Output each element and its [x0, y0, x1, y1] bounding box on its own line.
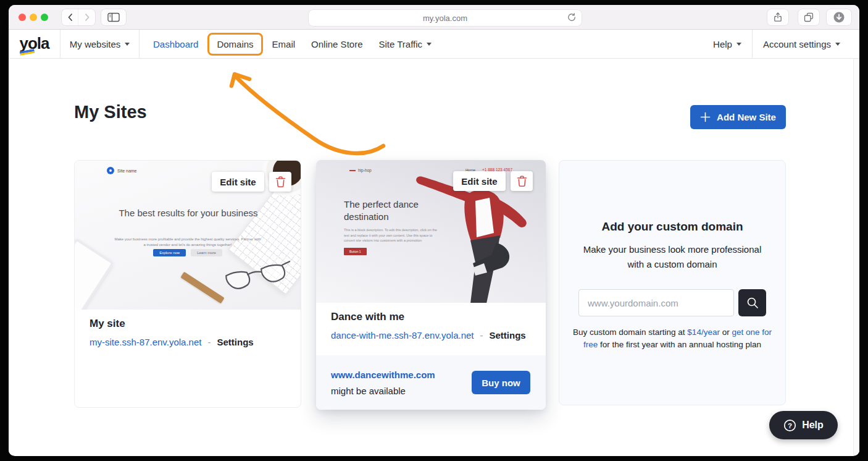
custom-domain-subtitle: Make your business look more professiona… [576, 242, 769, 272]
pencil-decoration [180, 272, 224, 304]
nav-item-email[interactable]: Email [272, 39, 296, 49]
nav-item-site-traffic[interactable]: Site Traffic [378, 39, 432, 49]
site-settings-link[interactable]: Settings [490, 330, 526, 340]
help-label: Help [713, 39, 732, 49]
my-websites-label: My websites [70, 39, 121, 49]
browser-toolbar: my.yola.com [9, 5, 859, 30]
delete-site-button[interactable] [511, 171, 533, 191]
separator-dash: - [207, 337, 211, 347]
mini-site-body: This is a block description. To edit thi… [344, 227, 441, 243]
window-zoom-button[interactable] [41, 14, 48, 21]
domain-search-button[interactable] [738, 289, 766, 316]
back-button[interactable] [62, 9, 78, 25]
chevron-down-icon [835, 43, 840, 48]
edit-site-button[interactable]: Edit site [453, 171, 506, 191]
buy-now-button[interactable]: Buy now [472, 371, 530, 394]
add-new-site-button[interactable]: Add New Site [690, 105, 786, 129]
browser-window: my.yola.com yola [9, 5, 859, 456]
mini-site-button: Button 1 [344, 248, 367, 255]
forward-button[interactable] [78, 9, 95, 25]
address-bar[interactable]: my.yola.com [309, 10, 582, 26]
nav-divider [139, 30, 140, 58]
chevron-left-icon [65, 12, 75, 22]
site-settings-link[interactable]: Settings [217, 337, 253, 347]
mini-site-logo-text: Site name [117, 169, 137, 173]
share-button[interactable] [767, 9, 788, 25]
desktop-background: my.yola.com yola [0, 0, 868, 461]
share-icon [772, 12, 783, 23]
trash-icon [275, 176, 286, 188]
url-text: my.yola.com [423, 14, 467, 23]
domain-availability-note: might be available [331, 386, 435, 396]
mini-site-heading: The best results for your business [117, 206, 259, 219]
pricing-note-text: for the first year with an annual hostin… [598, 340, 761, 349]
search-icon [746, 296, 759, 310]
sidebar-toggle-button[interactable] [101, 9, 126, 25]
delete-site-button[interactable] [269, 172, 291, 192]
pricing-note-text: Buy custom domain starting at [573, 328, 687, 337]
chevron-down-icon [427, 43, 432, 48]
domain-pricing-note: Buy custom domain starting at $14/year o… [570, 326, 775, 351]
custom-domain-card: Add your custom domain Make your busines… [559, 160, 786, 405]
domain-offer-banner: www.dancewithme.com might be available B… [316, 355, 546, 410]
window-minimize-button[interactable] [30, 14, 37, 21]
account-settings-label: Account settings [763, 39, 831, 49]
mini-site-primary-button: Explore now [153, 249, 186, 256]
svg-text:?: ? [788, 421, 792, 429]
yola-logo[interactable]: yola [19, 35, 49, 53]
site-url-link[interactable]: my-site.ssh-87.env.yola.net [90, 337, 201, 347]
site-traffic-label: Site Traffic [378, 39, 422, 49]
mini-site-heading: The perfect dance destination [344, 198, 446, 223]
reload-button[interactable] [566, 12, 577, 23]
site-card-my-site: Site name The best results for your busi… [74, 160, 301, 408]
edit-site-button[interactable]: Edit site [212, 172, 264, 192]
nav-item-dashboard[interactable]: Dashboard [153, 39, 198, 49]
downloads-button[interactable] [827, 9, 851, 25]
price-link[interactable]: $14/year [687, 328, 720, 337]
account-settings-dropdown[interactable]: Account settings [763, 39, 859, 49]
site-preview: Site name The best results for your busi… [75, 161, 301, 310]
nav-divider [752, 30, 753, 58]
mini-site-logo-icon [349, 170, 356, 171]
nav-item-online-store[interactable]: Online Store [311, 39, 362, 49]
add-new-site-label: Add New Site [717, 112, 776, 122]
help-widget-label: Help [802, 420, 824, 431]
mini-site-logo-icon [107, 167, 114, 174]
site-name: Dance with me [331, 311, 531, 323]
window-close-button[interactable] [19, 14, 26, 21]
site-name: My site [90, 318, 286, 330]
suggested-domain: www.dancewithme.com [331, 370, 435, 380]
site-url-link[interactable]: dance-with-me.ssh-87.env.yola.net [331, 330, 474, 340]
nav-item-domains[interactable]: Domains [207, 33, 262, 56]
site-preview: hip-hop Home +1 888 123 4567 The perfect… [316, 160, 546, 303]
reload-icon [567, 12, 577, 22]
tabs-overview-button[interactable] [798, 9, 819, 25]
custom-domain-title: Add your custom domain [559, 220, 785, 234]
domain-search-input[interactable] [578, 289, 734, 316]
tabs-icon [803, 12, 814, 23]
help-widget-button[interactable]: ? Help [769, 411, 838, 439]
my-websites-dropdown[interactable]: My websites [61, 30, 139, 58]
sidebar-icon [107, 12, 120, 22]
chevron-down-icon [737, 43, 741, 48]
app-navigation: yola My websites Dashboard Domains Email… [9, 30, 859, 59]
separator-dash: - [480, 330, 483, 340]
page-title: My Sites [74, 102, 147, 122]
pricing-note-text: or [720, 328, 732, 337]
plus-icon [700, 112, 711, 122]
mini-site-body: Make your business more profitable and p… [113, 237, 262, 248]
download-icon [833, 11, 845, 23]
dashboard-content: My Sites Add New Site [9, 59, 859, 455]
mini-site-logo-text: hip-hop [358, 168, 372, 172]
help-dropdown[interactable]: Help [713, 39, 741, 49]
trash-icon [516, 175, 528, 187]
chevron-down-icon [125, 43, 130, 48]
chevron-right-icon [82, 12, 92, 22]
question-icon: ? [783, 419, 796, 432]
site-card-dance-with-me: hip-hop Home +1 888 123 4567 The perfect… [316, 160, 546, 410]
mini-site-secondary-button: Learn more [191, 249, 222, 256]
